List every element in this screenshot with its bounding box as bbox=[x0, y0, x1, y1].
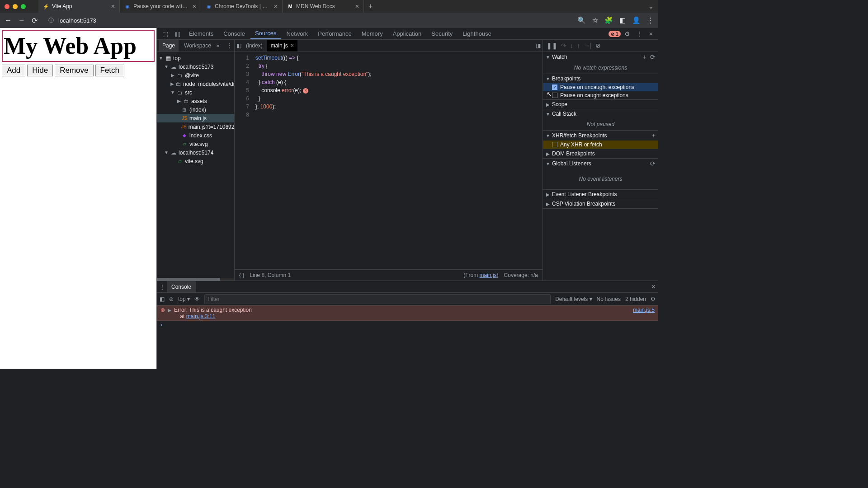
menu-icon[interactable]: ⋮ bbox=[647, 16, 654, 24]
toggle-debugger-icon[interactable]: ◨ bbox=[536, 42, 541, 49]
device-toggle-icon[interactable]: ⫿⫿ bbox=[172, 30, 184, 38]
step-over-icon[interactable]: ↷ bbox=[561, 42, 566, 49]
new-tab-button[interactable]: + bbox=[364, 0, 377, 13]
code-editor[interactable]: 12345678 setTimeout(() => { try { throw … bbox=[235, 52, 542, 269]
toggle-sidebar-icon[interactable]: ◧ bbox=[160, 296, 165, 302]
tab-elements[interactable]: Elements bbox=[184, 28, 218, 39]
tree-folder[interactable]: ▶🗀@vite bbox=[157, 71, 234, 80]
callstack-header[interactable]: ▼Call Stack bbox=[543, 109, 658, 118]
console-filter-input[interactable] bbox=[204, 294, 551, 304]
horizontal-scrollbar[interactable] bbox=[157, 278, 234, 281]
context-selector[interactable]: top ▾ bbox=[178, 296, 190, 302]
settings-icon[interactable]: ⚙ bbox=[622, 30, 633, 38]
close-tab-icon[interactable]: × bbox=[193, 3, 196, 10]
nav-tab-page[interactable]: Page bbox=[159, 40, 179, 52]
nav-tab-workspace[interactable]: Workspace bbox=[180, 40, 215, 52]
tree-file-vitesvg[interactable]: ▱vite.svg bbox=[157, 140, 234, 148]
close-tab-icon[interactable]: × bbox=[355, 3, 359, 10]
maximize-window-button[interactable] bbox=[21, 4, 26, 9]
refresh-watch-icon[interactable]: ⟳ bbox=[650, 53, 656, 61]
minimize-window-button[interactable] bbox=[13, 4, 18, 9]
add-xhr-icon[interactable]: + bbox=[652, 132, 656, 139]
browser-tab-devtools[interactable]: ◉ Chrome DevTools | Chrome × bbox=[201, 0, 283, 13]
tab-network[interactable]: Network bbox=[282, 28, 313, 39]
pause-caught-checkbox[interactable]: Pause on caught exceptions↖ bbox=[543, 91, 658, 99]
scope-header[interactable]: ▶Scope bbox=[543, 100, 658, 109]
breakpoints-header[interactable]: ▼Breakpoints bbox=[543, 74, 658, 83]
browser-tab-mdn[interactable]: M MDN Web Docs × bbox=[283, 0, 364, 13]
error-source-link[interactable]: main.js:5 bbox=[633, 307, 655, 319]
tab-memory[interactable]: Memory bbox=[357, 28, 387, 39]
tree-file-mainjs[interactable]: JSmain.js bbox=[157, 114, 234, 122]
toggle-navigator-icon[interactable]: ◧ bbox=[236, 42, 241, 49]
add-watch-icon[interactable]: + bbox=[643, 53, 646, 61]
refresh-listeners-icon[interactable]: ⟳ bbox=[650, 160, 656, 167]
tree-file-index[interactable]: 🗎(index) bbox=[157, 105, 234, 114]
pretty-print-icon[interactable]: { } bbox=[239, 272, 244, 278]
tab-application[interactable]: Application bbox=[388, 28, 426, 39]
drawer-tab-console[interactable]: Console bbox=[167, 281, 196, 292]
dom-breakpoints-header[interactable]: ▶DOM Breakpoints bbox=[543, 149, 658, 158]
global-listeners-header[interactable]: ▼Global Listeners⟳ bbox=[543, 159, 658, 169]
forward-button[interactable]: → bbox=[18, 16, 25, 24]
close-tab-icon[interactable]: × bbox=[111, 3, 115, 10]
browser-tab-vite[interactable]: ⚡ Vite App × bbox=[38, 0, 120, 13]
pause-uncaught-checkbox[interactable]: ✓Pause on uncaught exceptions bbox=[543, 83, 658, 91]
tree-folder-src[interactable]: ▼🗀src bbox=[157, 88, 234, 97]
remove-button[interactable]: Remove bbox=[55, 65, 93, 76]
issues-label[interactable]: No Issues bbox=[597, 296, 621, 302]
tree-file-indexcss[interactable]: ◆index.css bbox=[157, 131, 234, 140]
editor-tab-index[interactable]: (index) bbox=[242, 40, 266, 52]
console-error-row[interactable]: ⊗ ▶ Error: This is a caught exception at… bbox=[157, 305, 658, 321]
close-tab-icon[interactable]: × bbox=[274, 3, 278, 10]
tree-root[interactable]: ▼▦top bbox=[157, 54, 234, 62]
step-out-icon[interactable]: ↑ bbox=[577, 42, 580, 49]
expand-icon[interactable]: ▶ bbox=[168, 307, 171, 319]
close-tab-icon[interactable]: × bbox=[291, 42, 294, 49]
address-bar[interactable]: ⓘ localhost:5173 bbox=[44, 17, 571, 24]
tree-file-mainjs-ts[interactable]: JSmain.js?t=1710692856 bbox=[157, 122, 234, 131]
tree-folder[interactable]: ▶🗀node_modules/vite/dis bbox=[157, 80, 234, 88]
console-settings-icon[interactable]: ⚙ bbox=[651, 296, 656, 302]
drawer-more-icon[interactable]: ⋮ bbox=[160, 284, 165, 290]
bookmark-icon[interactable]: ☆ bbox=[592, 16, 598, 24]
console-prompt[interactable]: › bbox=[157, 321, 658, 329]
step-icon[interactable]: →| bbox=[584, 42, 592, 49]
error-count-badge[interactable]: ⊘ 1 bbox=[609, 31, 621, 37]
step-into-icon[interactable]: ↓ bbox=[570, 42, 573, 49]
tab-console[interactable]: Console bbox=[219, 28, 250, 39]
fetch-button[interactable]: Fetch bbox=[95, 65, 125, 76]
close-window-button[interactable] bbox=[5, 4, 9, 9]
inline-error-icon[interactable]: × bbox=[303, 88, 308, 94]
xhr-breakpoints-header[interactable]: ▼XHR/fetch Breakpoints+ bbox=[543, 131, 658, 141]
tree-folder[interactable]: ▶🗀assets bbox=[157, 97, 234, 105]
hidden-count[interactable]: 2 hidden bbox=[625, 296, 646, 302]
editor-tab-mainjs[interactable]: main.js× bbox=[267, 40, 297, 52]
watch-header[interactable]: ▼Watch+⟳ bbox=[543, 52, 658, 62]
extensions-icon[interactable]: 🧩 bbox=[604, 16, 613, 24]
back-button[interactable]: ← bbox=[5, 16, 12, 24]
file-tree[interactable]: ▼▦top ▼☁localhost:5173 ▶🗀@vite ▶🗀node_mo… bbox=[157, 52, 234, 278]
csp-breakpoints-header[interactable]: ▶CSP Violation Breakpoints bbox=[543, 199, 658, 208]
tab-overflow-icon[interactable]: ⌄ bbox=[648, 3, 654, 10]
reload-button[interactable]: ⟳ bbox=[32, 16, 38, 25]
line-gutter[interactable]: 12345678 bbox=[235, 52, 253, 269]
event-breakpoints-header[interactable]: ▶Event Listener Breakpoints bbox=[543, 190, 658, 199]
tab-performance[interactable]: Performance bbox=[313, 28, 356, 39]
more-icon[interactable]: ⋮ bbox=[634, 30, 646, 38]
close-drawer-icon[interactable]: × bbox=[651, 283, 656, 291]
live-expression-icon[interactable]: 👁 bbox=[194, 296, 200, 302]
nav-more-icon[interactable]: ⋮ bbox=[227, 42, 232, 49]
nav-overflow-icon[interactable]: » bbox=[217, 42, 220, 49]
tab-lighthouse[interactable]: Lighthouse bbox=[458, 28, 496, 39]
clear-console-icon[interactable]: ⊘ bbox=[169, 296, 174, 302]
hide-button[interactable]: Hide bbox=[27, 65, 53, 76]
close-devtools-icon[interactable]: × bbox=[646, 30, 656, 38]
tree-file-vitesvg2[interactable]: ▱vite.svg bbox=[157, 157, 234, 165]
site-info-icon[interactable]: ⓘ bbox=[48, 17, 54, 24]
profile-icon[interactable]: 👤 bbox=[632, 16, 641, 24]
log-levels-selector[interactable]: Default levels ▾ bbox=[555, 296, 592, 302]
side-panel-icon[interactable]: ◧ bbox=[619, 16, 626, 24]
browser-tab-pause[interactable]: ◉ Pause your code with breakp × bbox=[120, 0, 201, 13]
any-xhr-checkbox[interactable]: Any XHR or fetch bbox=[543, 141, 658, 149]
